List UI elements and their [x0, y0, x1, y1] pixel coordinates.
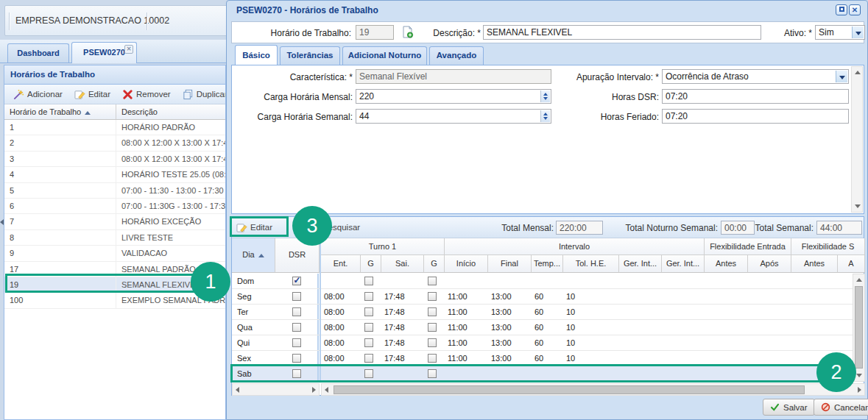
tab-content-scrollbar[interactable] [851, 66, 863, 213]
column-header-inicio[interactable]: Início [445, 255, 488, 273]
day-row[interactable]: Seg 08:00 17:48 11:00 13:00 60 10 [232, 289, 853, 305]
horario-label: Horário de Trabalho: [239, 28, 351, 38]
g-checkbox[interactable] [428, 307, 437, 316]
column-header-horario[interactable]: Horário de Trabalho [4, 104, 116, 119]
g-checkbox[interactable] [428, 369, 437, 378]
dsr-checkbox[interactable] [292, 369, 301, 378]
day-row[interactable]: Qui 08:00 17:48 11:00 13:00 60 10 [232, 335, 853, 351]
collapse-arrow-icon[interactable] [0, 219, 4, 225]
dsr-checkbox[interactable] [292, 307, 301, 316]
tab-dashboard[interactable]: Dashboard [7, 43, 69, 63]
scroll-down-icon[interactable] [856, 374, 862, 377]
column-header-g[interactable]: G [361, 255, 381, 273]
scroll-left-icon[interactable] [236, 387, 239, 393]
g-checkbox[interactable] [364, 323, 373, 332]
column-header-sai[interactable]: Sai. [381, 255, 424, 273]
g-checkbox[interactable] [428, 338, 437, 347]
schedule-row[interactable]: 1 HORÁRIO PADRÃO [4, 120, 225, 135]
horario-input[interactable]: 19 [356, 25, 394, 40]
day-row[interactable]: Qua 08:00 17:48 11:00 13:00 60 10 [232, 320, 853, 335]
new-document-icon[interactable] [401, 26, 414, 40]
dsr-checkbox[interactable] [292, 338, 301, 347]
column-header-tol-he[interactable]: Tol. H.E. [563, 255, 619, 273]
column-header-descricao[interactable]: Descrição [116, 104, 225, 119]
g-checkbox[interactable] [364, 277, 373, 285]
scroll-right-icon[interactable] [858, 387, 861, 393]
tab-tolerancias[interactable]: Tolerâncias [280, 46, 340, 65]
hscroll-thumb[interactable] [334, 385, 805, 394]
column-header-fs-cut[interactable]: A [838, 255, 865, 273]
adicionar-button[interactable]: Adicionar [9, 87, 67, 102]
schedule-row[interactable]: 6 07:00 - 11:30G - 13:00 - 17:30 [4, 199, 225, 214]
editar-button[interactable]: Editar [70, 87, 115, 102]
schedule-id-cell: 17 [4, 262, 116, 277]
scroll-down-icon[interactable] [855, 204, 861, 208]
duplicar-button[interactable]: Duplicar [178, 87, 225, 102]
dsr-checkbox[interactable] [292, 292, 301, 301]
dsr-checkbox[interactable] [292, 277, 301, 285]
tab-avancado[interactable]: Avançado [429, 46, 484, 65]
g-checkbox[interactable] [364, 354, 373, 363]
horas-dsr-input[interactable]: 07:20 [662, 89, 849, 104]
carga-mensal-input[interactable]: 220 [356, 89, 551, 104]
schedule-row[interactable]: 4 HORÁRIO TESTE 25.05 (08:00 [4, 167, 225, 182]
scroll-up-icon[interactable] [856, 278, 862, 282]
dsr-checkbox[interactable] [292, 354, 301, 363]
schedule-row[interactable]: 8 LIVRE TESTE [4, 230, 225, 246]
scroll-right-icon[interactable] [312, 387, 316, 393]
remover-button[interactable]: Remover [118, 87, 175, 102]
scroll-up-icon[interactable] [855, 71, 861, 74]
frozen-hscrollbar[interactable] [232, 383, 320, 396]
scroll-left-icon[interactable] [325, 387, 328, 393]
column-header-fs-antes[interactable]: Antes [791, 255, 838, 273]
dsr-checkbox[interactable] [292, 323, 301, 332]
column-header-final[interactable]: Final [488, 255, 532, 273]
column-header-temp[interactable]: Temp... [532, 255, 563, 273]
apuracao-select[interactable]: Ocorrência de Atraso [662, 69, 849, 84]
schedule-row[interactable]: 2 08:00 X 12:00 X 13:00 X 17:48 [4, 135, 225, 151]
salvar-button[interactable]: Salvar [763, 399, 815, 416]
tab-close-icon[interactable]: ✕ [124, 45, 133, 54]
day-row[interactable]: Dom [232, 274, 853, 289]
column-header-ger-int[interactable]: Ger. Int... [619, 255, 662, 273]
day-row[interactable]: Sab [232, 366, 853, 382]
ativo-select[interactable]: Sim [815, 25, 865, 40]
schedule-row[interactable]: 9 VALIDACAO [4, 246, 225, 261]
maximize-button[interactable] [836, 4, 847, 15]
caracteristica-input[interactable]: Semanal Flexível [356, 69, 551, 84]
g-checkbox[interactable] [364, 338, 373, 347]
g-checkbox[interactable] [428, 354, 437, 363]
cancelar-button[interactable]: Cancelar [814, 399, 868, 416]
carga-semanal-input[interactable]: 44 [356, 109, 551, 124]
day-grid-hscrollbar[interactable] [321, 383, 865, 396]
g-checkbox[interactable] [428, 323, 437, 332]
g-checkbox[interactable] [364, 369, 373, 378]
column-header-fe-apos[interactable]: Após [748, 255, 791, 273]
tab-psew0270[interactable]: PSEW0270 ✕ [71, 42, 137, 63]
column-header-ent[interactable]: Ent. [321, 255, 361, 273]
chevron-down-icon[interactable] [836, 71, 847, 82]
g-checkbox[interactable] [428, 277, 437, 285]
schedule-row[interactable]: 3 08:00 X 12:00 X 13:00 X 17:48 [4, 152, 225, 167]
column-header-ger-int[interactable]: Ger. Int... [662, 255, 705, 273]
chevron-down-icon[interactable] [852, 26, 864, 38]
column-header-g[interactable]: G [424, 255, 445, 273]
tab-basico[interactable]: Básico [235, 45, 278, 65]
schedule-row[interactable]: 100 EXEMPLO SEMANAL PADRÃO [4, 293, 225, 308]
cell-fs-antes [789, 335, 836, 350]
schedule-row[interactable]: 5 07:00 - 11:30 - 13:00 - 17:30 [4, 183, 225, 199]
grid-editar-button[interactable]: Editar [236, 219, 272, 235]
g-checkbox[interactable] [364, 307, 373, 316]
column-header-dia[interactable]: Dia [232, 238, 275, 273]
horas-feriado-input[interactable]: 07:20 [662, 109, 849, 124]
schedule-row[interactable]: 7 HORÁRIO EXCEÇÃO [4, 214, 225, 229]
vscroll-thumb[interactable] [855, 286, 863, 369]
close-button[interactable]: ✕ [849, 4, 861, 15]
day-row[interactable]: Ter 08:00 17:48 11:00 13:00 60 10 [232, 305, 853, 320]
tab-adicional-noturno[interactable]: Adicional Noturno [342, 46, 427, 65]
g-checkbox[interactable] [364, 292, 373, 301]
descricao-input[interactable]: SEMANAL FLEXIVEL [483, 25, 761, 40]
day-row[interactable]: Sex 08:00 17:48 11:00 13:00 60 10 [232, 351, 853, 366]
column-header-fe-antes[interactable]: Antes [705, 255, 748, 273]
g-checkbox[interactable] [428, 292, 437, 301]
